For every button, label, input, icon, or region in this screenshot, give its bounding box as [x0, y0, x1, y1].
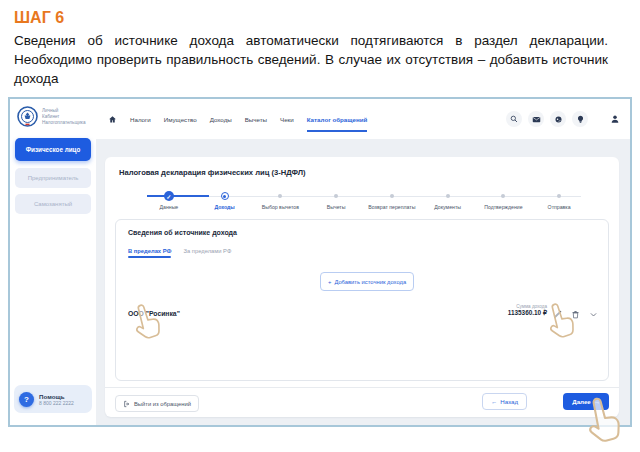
step-send[interactable]: Отправка	[531, 191, 587, 210]
step-deductions[interactable]: Вычеты	[308, 191, 364, 210]
nav-item-deductions[interactable]: Вычеты	[245, 116, 267, 123]
nav-item-receipts[interactable]: Чеки	[280, 116, 294, 123]
navbar-right-icons	[506, 111, 620, 127]
income-amount-value: 1135360.10 ₽	[508, 309, 547, 317]
logo-text: Личный Кабинет Налогоплательщика	[42, 108, 85, 126]
check-icon: ✓	[164, 191, 174, 201]
income-source-title: Сведения об источнике дохода	[128, 229, 237, 236]
step-deduction-choice[interactable]: Выбор вычетов	[253, 191, 309, 210]
step-data[interactable]: ✓ Данные	[141, 191, 197, 210]
help-widget[interactable]: ? Помощь 8 800 222 2222	[14, 385, 92, 413]
help-title: Помощь	[39, 393, 74, 400]
nav-item-requests-catalog[interactable]: Каталог обращений	[307, 116, 368, 123]
assistant-icon	[554, 115, 563, 124]
todo-step-icon	[334, 194, 338, 198]
todo-step-icon	[278, 194, 282, 198]
tutorial-page: ШАГ 6 Сведения об источнике дохода автом…	[0, 0, 640, 452]
top-navbar: Налоги Имущество Доходы Вычеты Чеки Ката…	[96, 99, 630, 139]
income-source-card: Сведения об источнике дохода В пределах …	[115, 219, 609, 381]
content-area: Налоговая декларация физических лиц (3-Н…	[96, 139, 630, 425]
fns-logo: Личный Кабинет Налогоплательщика	[17, 106, 85, 127]
income-amount-block: Сумма дохода 1135360.10 ₽	[508, 304, 547, 317]
step-income[interactable]: Доходы	[197, 191, 253, 210]
profile-button-entrepreneur[interactable]: Предприниматель	[15, 168, 91, 188]
income-tabs: В пределах РФ За пределами РФ	[128, 248, 231, 258]
tips-button[interactable]	[572, 111, 588, 127]
nav-item-taxes[interactable]: Налоги	[130, 116, 151, 123]
trash-icon[interactable]	[571, 310, 580, 319]
step-title: ШАГ 6	[14, 9, 64, 27]
tab-inside-rf[interactable]: В пределах РФ	[128, 248, 171, 258]
step-refund[interactable]: Возврат переплаты	[364, 191, 420, 210]
tab-outside-rf[interactable]: За пределами РФ	[183, 248, 231, 258]
home-icon[interactable]	[108, 115, 117, 124]
income-row-actions	[553, 310, 598, 319]
todo-step-icon	[501, 194, 505, 198]
plus-icon: +	[328, 279, 331, 285]
nav-items: Налоги Имущество Доходы Вычеты Чеки Ката…	[108, 115, 367, 124]
step-confirmation[interactable]: Подтверждение	[476, 191, 532, 210]
wizard-stepper: ✓ Данные Доходы Выбор вычетов Вычеты	[141, 191, 587, 210]
help-phone: 8 800 222 2222	[39, 400, 74, 406]
todo-step-icon	[557, 194, 561, 198]
back-button[interactable]: ← Назад	[482, 393, 527, 410]
exit-requests-button[interactable]: Выйти из обращений	[115, 395, 199, 412]
arrow-right-icon: →	[594, 398, 600, 405]
lightbulb-icon	[576, 115, 585, 124]
nav-item-property[interactable]: Имущество	[164, 116, 197, 123]
current-step-icon	[221, 192, 229, 200]
nav-item-income[interactable]: Доходы	[210, 116, 232, 123]
declaration-card: Налоговая декларация физических лиц (3-Н…	[105, 157, 619, 417]
income-row[interactable]: ООО "Росинка" Сумма дохода 1135360.10 ₽	[128, 304, 598, 319]
question-mark-icon: ?	[19, 392, 34, 407]
account-button[interactable]	[610, 114, 620, 124]
sidebar: Личный Кабинет Налогоплательщика Физичес…	[10, 99, 96, 425]
step-description: Сведения об источнике дохода автоматичес…	[14, 31, 608, 88]
logout-icon	[123, 400, 131, 408]
footer-divider	[105, 387, 619, 388]
arrow-left-icon: ←	[491, 398, 497, 405]
todo-step-icon	[446, 194, 450, 198]
step-documents[interactable]: Документы	[420, 191, 476, 210]
declaration-title: Налоговая декларация физических лиц (3-Н…	[119, 168, 306, 177]
assistant-button[interactable]	[550, 111, 566, 127]
search-button[interactable]	[506, 111, 522, 127]
profile-button-selfemployed[interactable]: Самозанятый	[15, 194, 91, 214]
chevron-down-icon[interactable]	[589, 310, 598, 319]
fns-emblem-icon	[17, 106, 38, 127]
profile-icon	[610, 114, 620, 124]
messages-button[interactable]	[528, 111, 544, 127]
search-icon	[510, 115, 518, 123]
add-income-source-button[interactable]: + Добавить источник дохода	[320, 272, 414, 291]
income-source-name: ООО "Росинка"	[128, 310, 180, 317]
next-button[interactable]: Далее →	[563, 393, 609, 410]
mail-icon	[532, 115, 541, 124]
profile-button-individual[interactable]: Физическое лицо	[15, 138, 91, 161]
edit-icon[interactable]	[553, 310, 562, 319]
todo-step-icon	[390, 194, 394, 198]
app-screenshot-frame: Личный Кабинет Налогоплательщика Физичес…	[8, 97, 632, 427]
